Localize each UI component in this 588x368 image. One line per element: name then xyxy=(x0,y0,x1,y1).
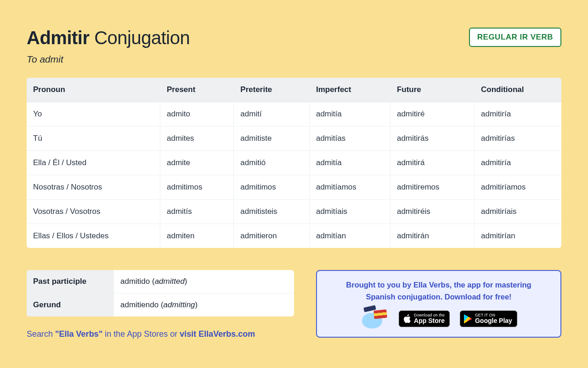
table-cell: admitías xyxy=(309,126,390,151)
table-cell: admitirán xyxy=(390,224,474,248)
table-cell: admitiría xyxy=(475,151,561,175)
table-row: Gerund admitiendo (admitting) xyxy=(27,293,294,317)
table-cell: admitimos xyxy=(160,175,233,200)
table-cell: admitiste xyxy=(234,126,310,151)
mascot-icon xyxy=(360,309,389,328)
table-cell: admitiríamos xyxy=(475,175,561,200)
column-header: Future xyxy=(390,78,474,102)
column-header: Pronoun xyxy=(27,78,160,102)
gerund-value: admitiendo (admitting) xyxy=(114,293,294,317)
table-cell: admitirás xyxy=(390,126,474,151)
table-row: Túadmitesadmitisteadmitíasadmitirásadmit… xyxy=(27,126,561,151)
table-cell: admitirías xyxy=(475,126,561,151)
promo-line-1: Brought to you by Ella Verbs, the app fo… xyxy=(346,281,531,289)
table-cell: admitirían xyxy=(475,224,561,248)
table-row: Ellas / Ellos / Ustedesadmitenadmitieron… xyxy=(27,224,561,248)
table-cell: admitisteis xyxy=(234,200,310,224)
past-participle-value: admitido (admitted) xyxy=(114,270,294,293)
column-header: Imperfect xyxy=(309,78,390,102)
table-cell: Ellas / Ellos / Ustedes xyxy=(27,224,160,248)
table-row: Past participle admitido (admitted) xyxy=(27,270,294,293)
table-cell: admites xyxy=(160,126,233,151)
page-title: Admitir Conjugation xyxy=(27,28,190,48)
promo-box: Brought to you by Ella Verbs, the app fo… xyxy=(316,270,561,338)
table-cell: Tú xyxy=(27,126,160,151)
table-cell: admitirá xyxy=(390,151,474,175)
app-store-button[interactable]: Download on the App Store xyxy=(399,310,450,327)
table-cell: admiten xyxy=(160,224,233,248)
table-cell: admite xyxy=(160,151,233,175)
verb-forms-table: Past participle admitido (admitted) Geru… xyxy=(27,270,294,316)
table-row: Yoadmitoadmitíadmitíaadmitiréadmitiría xyxy=(27,102,561,126)
verb-translation: To admit xyxy=(27,54,190,65)
table-cell: admitía xyxy=(309,102,390,126)
website-link[interactable]: visit EllaVerbs.com xyxy=(180,329,255,339)
table-cell: admitiremos xyxy=(390,175,474,200)
gerund-label: Gerund xyxy=(27,293,114,317)
google-play-button[interactable]: GET IT ON Google Play xyxy=(460,310,517,327)
table-cell: admitieron xyxy=(234,224,310,248)
table-cell: admitían xyxy=(309,224,390,248)
table-cell: Vosotras / Vosotros xyxy=(27,200,160,224)
verb-type-badge: REGULAR IR VERB xyxy=(469,28,561,47)
promo-line-2: Spanish conjugation. Download for free! xyxy=(366,293,511,301)
table-cell: admito xyxy=(160,102,233,126)
table-row: Ella / Él / Ustedadmiteadmitióadmitíaadm… xyxy=(27,151,561,175)
table-cell: admitiríais xyxy=(475,200,561,224)
column-header: Present xyxy=(160,78,233,102)
table-cell: admití xyxy=(234,102,310,126)
verb-name: Admitir xyxy=(27,28,90,48)
table-cell: Ella / Él / Usted xyxy=(27,151,160,175)
table-cell: admitís xyxy=(160,200,233,224)
column-header: Preterite xyxy=(234,78,310,102)
past-participle-label: Past participle xyxy=(27,270,114,293)
table-cell: Yo xyxy=(27,102,160,126)
google-play-icon xyxy=(464,314,472,323)
title-suffix: Conjugation xyxy=(94,28,190,48)
table-cell: admitió xyxy=(234,151,310,175)
conjugation-table: PronounPresentPreteriteImperfectFutureCo… xyxy=(27,78,561,248)
table-row: Nosotras / Nosotrosadmitimosadmitimosadm… xyxy=(27,175,561,200)
table-cell: admitía xyxy=(309,151,390,175)
table-cell: admitíamos xyxy=(309,175,390,200)
table-cell: admitiré xyxy=(390,102,474,126)
table-cell: admitíais xyxy=(309,200,390,224)
table-cell: Nosotras / Nosotros xyxy=(27,175,160,200)
search-hint: Search "Ella Verbs" in the App Stores or… xyxy=(27,329,294,339)
apple-icon xyxy=(403,314,411,323)
table-cell: admitiría xyxy=(475,102,561,126)
table-row: Vosotras / Vosotrosadmitísadmitisteisadm… xyxy=(27,200,561,224)
table-cell: admitiréis xyxy=(390,200,474,224)
table-cell: admitimos xyxy=(234,175,310,200)
column-header: Conditional xyxy=(475,78,561,102)
